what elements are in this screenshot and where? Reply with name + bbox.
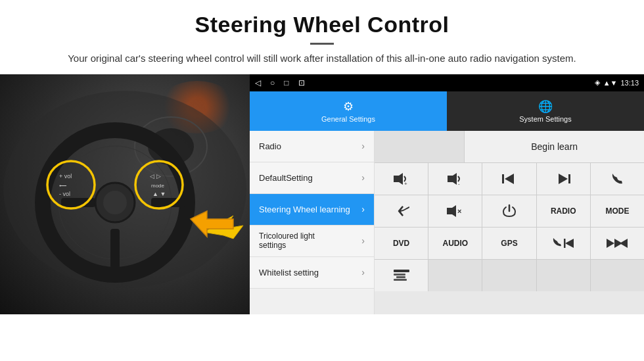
- general-settings-icon: ⚙: [343, 99, 354, 114]
- svg-marker-35: [620, 239, 628, 248]
- steering-wheel-bg: ● + vol ⟵ - vol ◁ ▷: [0, 74, 250, 314]
- svg-rect-27: [568, 174, 570, 183]
- tab-bar: ⚙ General Settings 🌐 System Settings: [250, 91, 644, 131]
- svg-marker-33: [607, 239, 614, 248]
- menu-list: Radio › DefaultSetting › Steering Wheel …: [250, 131, 375, 314]
- svg-text:-: -: [458, 181, 460, 186]
- empty-cell-3: [482, 260, 536, 291]
- page-description: Your original car's steering wheel contr…: [39, 51, 605, 66]
- controls-row-5: [375, 260, 644, 291]
- svg-text:×: ×: [457, 207, 461, 215]
- controls-panel: Begin learn +: [375, 131, 644, 314]
- controls-row-3: × RADIO MODE: [375, 195, 644, 228]
- volume-up-button[interactable]: +: [375, 163, 428, 195]
- svg-text:mode: mode: [151, 183, 165, 189]
- empty-cell-4: [537, 260, 591, 291]
- chevron-right-icon: ›: [361, 267, 365, 277]
- chevron-right-icon: ›: [361, 172, 365, 183]
- page-title: Steering Wheel Control: [39, 12, 605, 37]
- tab-system-settings[interactable]: 🌐 System Settings: [447, 91, 644, 131]
- car-image-section: ● + vol ⟵ - vol ◁ ▷: [0, 74, 250, 314]
- svg-marker-28: [559, 174, 568, 184]
- radio-button[interactable]: RADIO: [537, 195, 591, 227]
- screenshot-icon[interactable]: ⊡: [298, 78, 305, 87]
- menu-whitelist-label: Whitelist setting: [259, 268, 319, 277]
- ff-rew-icon: [605, 237, 629, 249]
- steering-wheel-svg: ● + vol ⟵ - vol ◁ ▷: [0, 87, 250, 304]
- chevron-right-icon: ›: [361, 204, 365, 214]
- menu-item-radio[interactable]: Radio ›: [250, 131, 374, 162]
- home-nav-icon[interactable]: ○: [270, 78, 275, 87]
- svg-rect-37: [394, 274, 405, 276]
- chevron-right-icon: ›: [361, 141, 365, 151]
- signal-icon: ▲▼: [603, 79, 618, 87]
- controls-row-1: Begin learn: [375, 131, 644, 163]
- menu-radio-label: Radio: [259, 141, 281, 151]
- back-button[interactable]: [375, 195, 428, 227]
- svg-text:⟵: ⟵: [59, 183, 67, 189]
- phone-prev-icon: [551, 237, 575, 249]
- prev-track-button[interactable]: [482, 163, 536, 195]
- menu-item-whitelist[interactable]: Whitelist setting ›: [250, 257, 374, 289]
- gps-status-icon: ◈: [595, 78, 600, 87]
- system-settings-icon: 🌐: [538, 99, 553, 114]
- mode-button[interactable]: MODE: [591, 195, 644, 227]
- mute-icon: ×: [446, 204, 465, 218]
- list-view-button[interactable]: [375, 260, 428, 291]
- power-icon: [502, 204, 517, 218]
- menu-item-tricoloured[interactable]: Tricoloured lightsettings ›: [250, 226, 374, 257]
- volume-down-button[interactable]: -: [428, 163, 482, 195]
- svg-text:▲  ▼: ▲ ▼: [152, 191, 166, 197]
- phone-icon: [610, 172, 624, 185]
- back-nav-icon[interactable]: ◁: [255, 78, 261, 87]
- recent-nav-icon[interactable]: □: [284, 78, 288, 87]
- menu-steering-label: Steering Wheel learning: [259, 205, 350, 214]
- audio-button[interactable]: AUDIO: [428, 228, 482, 259]
- svg-marker-32: [565, 239, 574, 248]
- gps-button[interactable]: GPS: [482, 228, 536, 259]
- status-bar-right: ◈ ▲▼ 13:13: [595, 78, 639, 87]
- title-divider: [310, 43, 334, 45]
- svg-text:+: +: [404, 181, 407, 186]
- dvd-button[interactable]: DVD: [375, 228, 428, 259]
- svg-text:+ vol: + vol: [59, 173, 72, 180]
- svg-marker-21: [394, 173, 403, 185]
- svg-rect-25: [502, 174, 504, 183]
- svg-rect-8: [110, 229, 120, 268]
- controls-row-4: DVD AUDIO GPS: [375, 228, 644, 260]
- mute-button[interactable]: ×: [428, 195, 482, 227]
- next-track-icon: [556, 173, 570, 185]
- tab-general-label: General Settings: [321, 115, 375, 123]
- status-bar: ◁ ○ □ ⊡ ◈ ▲▼ 13:13: [250, 74, 644, 91]
- menu-default-label: DefaultSetting: [259, 173, 313, 183]
- tab-system-label: System Settings: [519, 115, 571, 123]
- svg-text:◁  ▷: ◁ ▷: [150, 173, 161, 180]
- clock: 13:13: [620, 79, 639, 87]
- svg-marker-23: [448, 173, 457, 185]
- controls-row-2: + -: [375, 163, 644, 195]
- main-content: ● + vol ⟵ - vol ◁ ▷: [0, 74, 644, 314]
- svg-marker-26: [505, 174, 514, 184]
- prev-track-icon: [502, 173, 517, 185]
- menu-item-default[interactable]: DefaultSetting ›: [250, 162, 374, 194]
- volume-down-icon: -: [446, 172, 465, 186]
- status-bar-left: ◁ ○ □ ⊡: [255, 78, 305, 87]
- phone-prev-button[interactable]: [537, 228, 591, 259]
- next-track-button[interactable]: [537, 163, 591, 195]
- ff-rew-button[interactable]: [591, 228, 644, 259]
- svg-text:- vol: - vol: [59, 191, 70, 197]
- back-icon: [394, 205, 409, 217]
- tab-general-settings[interactable]: ⚙ General Settings: [250, 91, 447, 131]
- power-button[interactable]: [482, 195, 536, 227]
- page-header: Steering Wheel Control Your original car…: [0, 0, 644, 74]
- begin-learn-button[interactable]: Begin learn: [465, 131, 644, 162]
- volume-up-icon: +: [392, 172, 411, 186]
- phone-answer-button[interactable]: [591, 163, 644, 195]
- svg-marker-29: [447, 205, 456, 217]
- svg-rect-39: [394, 279, 407, 281]
- content-area: Radio › DefaultSetting › Steering Wheel …: [250, 131, 644, 314]
- empty-cell-5: [591, 260, 644, 291]
- android-panel: ◁ ○ □ ⊡ ◈ ▲▼ 13:13 ⚙ General Settings 🌐 …: [250, 74, 644, 314]
- menu-tricoloured-label: Tricoloured lightsettings: [259, 231, 315, 250]
- menu-item-steering[interactable]: Steering Wheel learning ›: [250, 194, 374, 226]
